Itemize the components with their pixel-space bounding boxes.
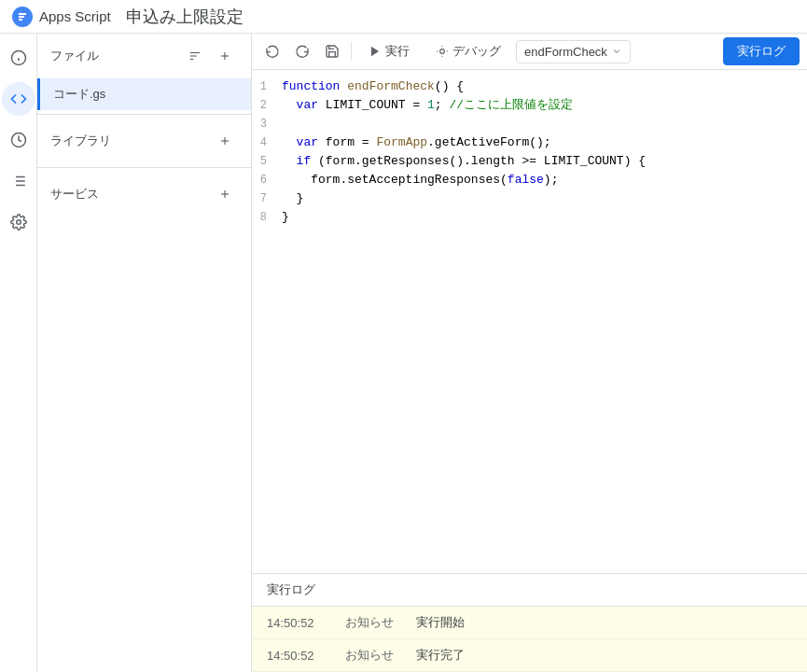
add-library-btn[interactable] <box>212 128 238 154</box>
app-logo: Apps Script <box>11 6 111 28</box>
files-label: ファイル <box>50 48 99 64</box>
add-service-btn[interactable] <box>212 181 238 207</box>
run-label: 実行 <box>385 43 410 60</box>
sort-files-btn[interactable] <box>182 43 208 69</box>
execlog-btn[interactable]: 実行ログ <box>723 37 800 65</box>
app-name-label: Apps Script <box>39 8 111 24</box>
code-line-4: 4 var form = FormApp.getActiveForm(); <box>252 133 807 152</box>
log-time-2: 14:50:52 <box>267 649 323 663</box>
sidebar-gear-btn[interactable] <box>2 205 35 239</box>
code-line-8: 8 } <box>252 208 807 227</box>
log-panel: 実行ログ 14:50:52 お知らせ 実行開始 14:50:52 お知らせ 実行… <box>252 573 807 672</box>
code-line-2: 2 var LIMIT_COUNT = 1; //ここに上限値を設定 <box>252 96 807 115</box>
log-level-1: お知らせ <box>345 614 394 631</box>
services-label: サービス <box>50 186 99 203</box>
svg-point-11 <box>16 220 21 225</box>
services-section-header: サービス <box>37 172 251 217</box>
code-line-5: 5 if (form.getResponses().length >= LIMI… <box>252 152 807 171</box>
add-file-btn[interactable] <box>212 43 238 69</box>
files-header-icons <box>182 43 238 69</box>
topbar: Apps Script 申込み上限設定 <box>0 0 807 34</box>
section-separator-2 <box>37 167 251 168</box>
sidebar-info-btn[interactable] <box>2 41 35 75</box>
file-panel: ファイル コード.gs ライブラリ サービス <box>37 34 252 672</box>
sidebar-code-btn[interactable] <box>2 82 35 116</box>
main-layout: ファイル コード.gs ライブラリ サービス <box>0 34 807 672</box>
log-message-1: 実行開始 <box>416 614 465 631</box>
save-btn[interactable] <box>319 38 345 64</box>
log-time-1: 14:50:52 <box>267 616 323 630</box>
toolbar-sep-1 <box>351 42 352 61</box>
icon-sidebar <box>0 34 37 672</box>
editor-area: 実行 デバッグ endFormCheck 実行ログ 1 functio <box>252 34 807 672</box>
log-level-2: お知らせ <box>345 647 394 664</box>
code-editor[interactable]: 1 function endFormCheck() { 2 var LIMIT_… <box>252 70 807 573</box>
undo-btn[interactable] <box>259 38 285 64</box>
function-name: endFormCheck <box>524 45 607 59</box>
file-item-label: コード.gs <box>53 87 105 101</box>
function-selector[interactable]: endFormCheck <box>516 40 631 63</box>
code-line-7: 7 } <box>252 189 807 208</box>
redo-btn[interactable] <box>289 38 315 64</box>
file-item-code-gs[interactable]: コード.gs <box>37 78 251 110</box>
code-line-3: 3 <box>252 115 807 133</box>
code-line-6: 6 form.setAcceptingResponses(false); <box>252 171 807 189</box>
editor-toolbar: 実行 デバッグ endFormCheck 実行ログ <box>252 34 807 70</box>
debug-btn[interactable]: デバッグ <box>424 39 512 63</box>
svg-point-22 <box>440 49 445 54</box>
apps-script-logo-icon <box>11 6 34 28</box>
debug-label: デバッグ <box>452 43 501 60</box>
log-message-2: 実行完了 <box>416 647 465 664</box>
log-row-2: 14:50:52 お知らせ 実行完了 <box>252 639 807 672</box>
log-row-1: 14:50:52 お知らせ 実行開始 <box>252 607 807 639</box>
run-btn[interactable]: 実行 <box>357 39 421 63</box>
log-title: 実行ログ <box>267 582 315 596</box>
section-separator-1 <box>37 114 251 115</box>
sidebar-clock-btn[interactable] <box>2 123 35 157</box>
sidebar-list-btn[interactable] <box>2 164 35 198</box>
log-panel-header: 実行ログ <box>252 574 807 607</box>
project-title: 申込み上限設定 <box>126 6 243 28</box>
svg-marker-21 <box>371 47 379 57</box>
files-section-header: ファイル <box>37 34 251 78</box>
code-line-1: 1 function endFormCheck() { <box>252 77 807 96</box>
library-label: ライブラリ <box>50 133 111 149</box>
library-section-header: ライブラリ <box>37 119 251 163</box>
